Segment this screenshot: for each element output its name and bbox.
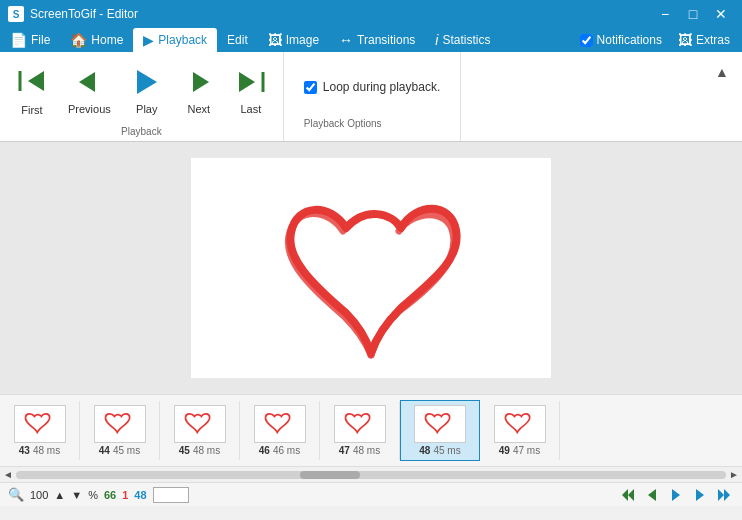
film-frame-49[interactable]: 49 47 ms [480, 401, 560, 460]
menu-edit-label: Edit [227, 33, 248, 47]
menu-image-label: Image [286, 33, 319, 47]
app-title: ScreenToGif - Editor [30, 7, 138, 21]
menu-right: Notifications 🖼 Extras [568, 28, 742, 52]
loop-option: Loop during playback. [304, 64, 440, 110]
film-frame-48[interactable]: 48 45 ms [400, 400, 480, 461]
title-bar: S ScreenToGif - Editor − □ ✕ [0, 0, 742, 28]
film-frame-44[interactable]: 44 45 ms [80, 401, 160, 460]
film-thumb-44 [94, 405, 146, 443]
maximize-button[interactable]: □ [680, 4, 706, 24]
home-icon: 🏠 [70, 32, 87, 48]
last-icon [235, 66, 267, 100]
frame-num: 44 [99, 445, 110, 456]
frame-input[interactable] [153, 487, 189, 503]
film-info-47: 47 48 ms [339, 445, 380, 456]
frame-ms: 46 ms [273, 445, 300, 456]
zoom-stepper-down[interactable]: ▼ [71, 489, 82, 501]
collapse-ribbon-button[interactable]: ▲ [710, 60, 734, 84]
frame-num: 49 [499, 445, 510, 456]
menu-playback-label: Playback [158, 33, 207, 47]
svg-marker-6 [239, 72, 255, 92]
play-label: Play [136, 103, 157, 115]
film-info-43: 43 48 ms [19, 445, 60, 456]
film-info-45: 45 48 ms [179, 445, 220, 456]
ribbon-playback-section: First Previous Play Next [0, 52, 284, 141]
extras-icon: 🖼 [678, 32, 692, 48]
extras-toggle[interactable]: 🖼 Extras [678, 32, 730, 48]
total-frames: 48 [134, 489, 146, 501]
menu-edit[interactable]: Edit [217, 28, 258, 52]
last-button[interactable]: Last [227, 62, 275, 119]
menu-image[interactable]: 🖼 Image [258, 28, 329, 52]
film-thumb-48 [414, 405, 466, 443]
ribbon-collapse-area: ▲ [710, 52, 742, 141]
frame-num: 48 [419, 445, 430, 456]
playback-icon: ▶ [143, 32, 154, 48]
svg-marker-13 [724, 489, 730, 501]
menu-file[interactable]: 📄 File [0, 28, 60, 52]
film-frame-43[interactable]: 43 48 ms [0, 401, 80, 460]
previous-button[interactable]: Previous [60, 62, 119, 119]
zoom-unit: % [88, 489, 98, 501]
notifications-label: Notifications [597, 33, 662, 47]
statistics-icon: i [435, 32, 438, 48]
last-label: Last [240, 103, 261, 115]
previous-label: Previous [68, 103, 111, 115]
film-frame-45[interactable]: 45 48 ms [160, 401, 240, 460]
menu-transitions[interactable]: ↔ Transitions [329, 28, 425, 52]
scroll-left-button[interactable]: ◄ [0, 467, 16, 483]
next-button[interactable]: Next [175, 62, 223, 119]
svg-marker-3 [137, 70, 157, 94]
scroll-track[interactable] [16, 471, 726, 479]
frame-num: 46 [259, 445, 270, 456]
filmstrip-container: 43 48 ms 44 45 ms 45 48 ms [0, 394, 742, 466]
first-button[interactable]: First [8, 61, 56, 120]
film-info-46: 46 46 ms [259, 445, 300, 456]
previous-icon [73, 66, 105, 100]
menu-file-label: File [31, 33, 50, 47]
minimize-button[interactable]: − [652, 4, 678, 24]
app-icon: S [8, 6, 24, 22]
svg-marker-2 [79, 72, 95, 92]
menu-home-label: Home [91, 33, 123, 47]
film-thumb-46 [254, 405, 306, 443]
scrollbar-area: ◄ ► [0, 466, 742, 482]
film-frame-47[interactable]: 47 48 ms [320, 401, 400, 460]
frame-ms: 48 ms [193, 445, 220, 456]
loop-checkbox[interactable] [304, 81, 317, 94]
frame-ms: 47 ms [513, 445, 540, 456]
frame-count: 66 [104, 489, 116, 501]
nav-double-left-button[interactable] [618, 487, 638, 503]
play-button[interactable]: Play [123, 62, 171, 119]
frame-ms: 48 ms [33, 445, 60, 456]
film-thumb-45 [174, 405, 226, 443]
film-thumb-47 [334, 405, 386, 443]
nav-right-button[interactable] [690, 487, 710, 503]
menu-statistics[interactable]: i Statistics [425, 28, 500, 52]
ribbon-options-section: Loop during playback. Playback Options [284, 52, 461, 141]
first-icon [16, 65, 48, 101]
scroll-thumb[interactable] [300, 471, 360, 479]
first-label: First [21, 104, 42, 116]
menu-home[interactable]: 🏠 Home [60, 28, 133, 52]
zoom-stepper-up[interactable]: ▲ [54, 489, 65, 501]
close-button[interactable]: ✕ [708, 4, 734, 24]
notifications-toggle[interactable]: Notifications [580, 33, 662, 47]
nav-left-button[interactable] [642, 487, 662, 503]
svg-marker-10 [672, 489, 680, 501]
loop-label[interactable]: Loop during playback. [304, 80, 440, 94]
film-frame-46[interactable]: 46 46 ms [240, 401, 320, 460]
selected-count: 1 [122, 489, 128, 501]
nav-double-right-button[interactable] [714, 487, 734, 503]
svg-marker-1 [28, 71, 44, 91]
film-info-44: 44 45 ms [99, 445, 140, 456]
window-controls: − □ ✕ [652, 4, 734, 24]
transitions-icon: ↔ [339, 32, 353, 48]
notifications-checkbox[interactable] [580, 34, 593, 47]
frame-ms: 45 ms [433, 445, 460, 456]
scroll-right-button[interactable]: ► [726, 467, 742, 483]
nav-play-button[interactable] [666, 487, 686, 503]
film-info-48: 48 45 ms [419, 445, 460, 456]
menu-transitions-label: Transitions [357, 33, 415, 47]
menu-playback[interactable]: ▶ Playback [133, 28, 217, 52]
